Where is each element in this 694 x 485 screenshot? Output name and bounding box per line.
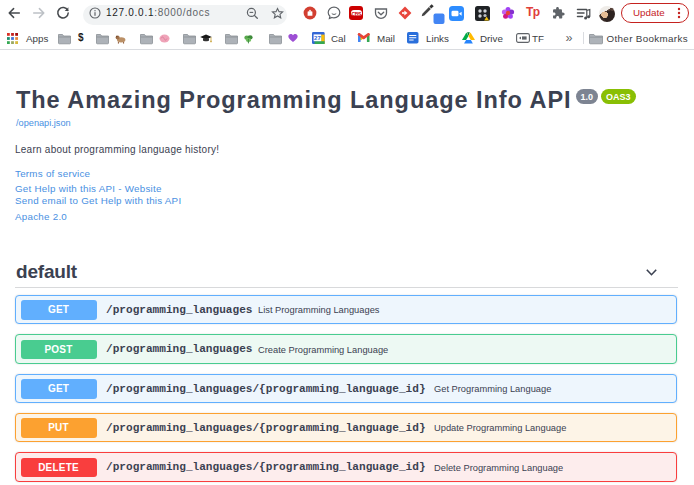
svg-text:27: 27 [314,35,321,41]
